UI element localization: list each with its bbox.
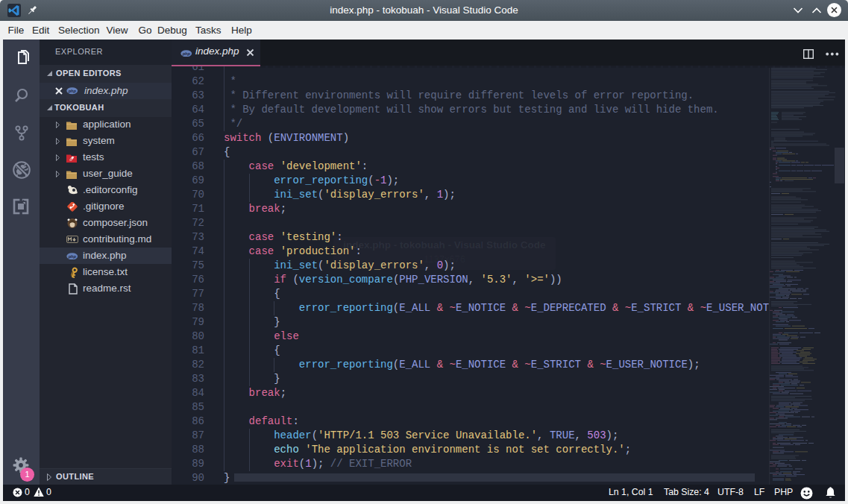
svg-text:php: php [68,253,77,258]
svg-text:php: php [182,51,191,55]
svg-text:php: php [68,89,77,93]
